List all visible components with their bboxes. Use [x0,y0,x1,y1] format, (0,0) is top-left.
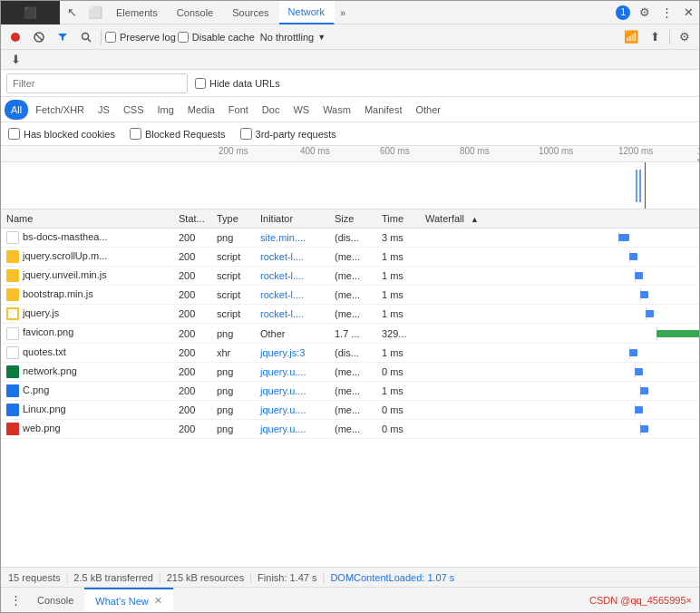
table-row[interactable]: quotes.txt 200 xhr jquery.js:3 (dis... 1… [1,343,699,362]
type-btn-css[interactable]: CSS [117,100,151,120]
table-row[interactable]: bootstrap.min.js 200 script rocket-l....… [1,286,699,305]
nav-icon-box[interactable]: ⬜ [83,1,107,24]
col-initiator[interactable]: Initiator [255,209,329,229]
tab-sources[interactable]: Sources [223,1,278,24]
svg-point-3 [83,33,89,39]
nav-icon-cursor[interactable]: ↖ [60,1,83,24]
type-btn-doc[interactable]: Doc [256,100,287,120]
tab-console[interactable]: Console [168,1,223,24]
upload-icon[interactable]: ⬆ [644,26,666,48]
cursor-icon: ⬛ [1,1,60,24]
col-initiator-val[interactable]: jquery.u.... [255,400,329,419]
blocked-requests-input[interactable] [130,128,141,140]
network-toolbar: Preserve log Disable cache No throttling… [1,24,699,50]
file-icon [6,231,19,244]
disable-cache-input[interactable] [178,32,189,43]
type-btn-fetch-xhr[interactable]: Fetch/XHR [29,100,91,120]
throttle-selector[interactable]: No throttling ▼ [257,30,329,44]
col-size[interactable]: Size [329,209,376,229]
type-btn-other[interactable]: Other [409,100,447,120]
col-status-val: 200 [173,324,211,343]
filter-input[interactable] [6,73,188,93]
col-initiator-val[interactable]: jquery.u.... [255,362,329,381]
col-name[interactable]: Name [1,209,173,229]
search-btn[interactable] [75,26,97,48]
col-initiator-val[interactable]: jquery.u.... [255,419,329,438]
col-initiator-val[interactable]: rocket-l.... [255,248,329,267]
notification-badge[interactable]: 1 [616,5,630,20]
resources-size: 215 kB resources [167,572,245,583]
tab-whats-new[interactable]: What's New ✕ [84,588,172,612]
col-time[interactable]: Time [376,209,420,229]
record-btn[interactable] [5,26,26,48]
tab-more[interactable]: » [335,1,352,24]
tab-console-bottom[interactable]: Console [26,588,84,612]
blocked-requests-label[interactable]: Blocked Requests [130,128,226,140]
type-btn-media[interactable]: Media [181,100,221,120]
col-status[interactable]: Stat... [173,209,211,229]
col-type-val: png [211,362,255,381]
ruler-tick-400: 400 ms [300,146,330,156]
col-initiator-val[interactable]: rocket-l.... [255,267,329,286]
type-btn-ws[interactable]: WS [287,100,316,120]
clear-btn[interactable] [28,26,50,48]
col-initiator-val[interactable]: site.min.... [255,229,329,248]
table-row[interactable]: Linux.png 200 png jquery.u.... (me... 0 … [1,400,699,419]
table-row[interactable]: favicon.png 200 png Other 1.7 ... 329... [1,324,699,343]
col-status-val: 200 [173,229,211,248]
waterfall-bar [425,250,694,263]
disable-cache-checkbox[interactable]: Disable cache [178,32,255,43]
type-btn-js[interactable]: JS [92,100,116,120]
type-btn-img[interactable]: Img [151,100,180,120]
table-row[interactable]: web.png 200 png jquery.u.... (me... 0 ms [1,419,699,438]
download-icon[interactable]: ⬇ [5,49,26,71]
hide-data-urls-input[interactable] [195,78,206,89]
col-time-val: 329... [376,324,420,343]
col-waterfall[interactable]: Waterfall ▲ [420,209,699,229]
table-row[interactable]: jquery.unveil.min.js 200 script rocket-l… [1,267,699,286]
waterfall-bar [425,365,694,378]
tab-network[interactable]: Network [279,1,335,24]
bottom-icon-menu[interactable]: ⋮ [5,589,26,611]
col-initiator-val[interactable]: jquery.js:3 [255,343,329,362]
network-settings-icon[interactable]: ⚙ [674,26,695,48]
network-table: Name Stat... Type Initiator Size [1,209,699,439]
col-status-val: 200 [173,343,211,362]
type-btn-font[interactable]: Font [222,100,255,120]
tab-close-icon[interactable]: ✕ [154,595,162,607]
table-row[interactable]: network.png 200 png jquery.u.... (me... … [1,362,699,381]
has-blocked-cookies-label[interactable]: Has blocked cookies [8,128,115,140]
col-type[interactable]: Type [211,209,255,229]
col-initiator-val[interactable]: jquery.u.... [255,381,329,400]
col-time-val: 0 ms [376,362,420,381]
third-party-requests-input[interactable] [240,128,252,140]
waterfall-bar [425,231,694,244]
col-name-val: bootstrap.min.js [1,286,173,305]
third-party-requests-label[interactable]: 3rd-party requests [240,128,336,140]
wifi-icon[interactable]: 📶 [620,26,642,48]
extra-toolbar: ⬇ [1,50,699,70]
col-type-val: script [211,305,255,324]
table-row[interactable]: C.png 200 png jquery.u.... (me... 1 ms [1,381,699,400]
type-btn-all[interactable]: All [5,100,28,120]
preserve-log-checkbox[interactable]: Preserve log [105,32,176,43]
preserve-log-input[interactable] [105,32,116,43]
has-blocked-cookies-input[interactable] [8,128,20,140]
table-row[interactable]: bs-docs-masthea... 200 png site.min.... … [1,229,699,248]
type-btn-manifest[interactable]: Manifest [358,100,409,120]
type-btn-wasm[interactable]: Wasm [316,100,357,120]
svg-line-4 [88,39,91,42]
more-vert-icon[interactable]: ⋮ [656,2,677,24]
filter-btn[interactable] [52,26,73,48]
col-name-val: network.png [1,362,173,381]
tab-elements[interactable]: Elements [107,1,168,24]
close-icon[interactable]: ✕ [677,2,699,24]
table-row[interactable]: jquery.scrollUp.m... 200 script rocket-l… [1,248,699,267]
col-status-val: 200 [173,381,211,400]
col-initiator-val[interactable]: rocket-l.... [255,305,329,324]
waterfall-bar [425,423,694,435]
col-initiator-val[interactable]: rocket-l.... [255,286,329,305]
table-row[interactable]: jquery.js 200 script rocket-l.... (me...… [1,305,699,324]
hide-data-urls-checkbox[interactable]: Hide data URLs [195,78,280,89]
settings-icon[interactable]: ⚙ [634,2,656,24]
